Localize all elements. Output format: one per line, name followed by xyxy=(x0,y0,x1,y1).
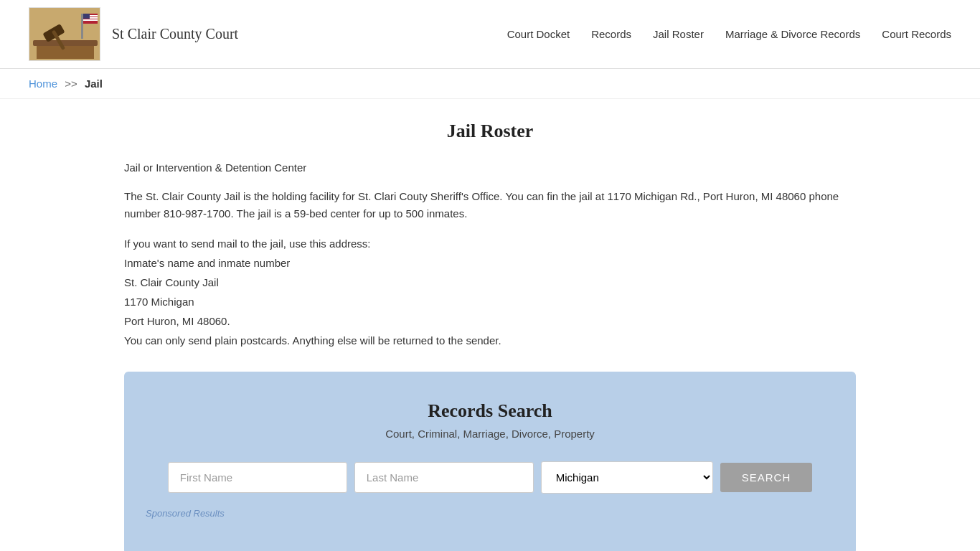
mail-line3: 1170 Michigan xyxy=(124,292,856,311)
nav-court-docket[interactable]: Court Docket xyxy=(507,28,570,40)
svg-rect-1 xyxy=(33,40,98,46)
svg-rect-5 xyxy=(81,14,83,39)
mail-line1: Inmate's name and inmate number xyxy=(124,253,856,273)
site-title: St Clair County Court xyxy=(112,26,238,42)
mail-line4: Port Huron, MI 48060. xyxy=(124,311,856,331)
nav-jail-roster[interactable]: Jail Roster xyxy=(653,28,704,40)
nav-court-records[interactable]: Court Records xyxy=(882,28,951,40)
nav-marriage-divorce[interactable]: Marriage & Divorce Records xyxy=(725,28,860,40)
search-subtitle: Court, Criminal, Marriage, Divorce, Prop… xyxy=(146,428,834,440)
sponsored-results-label: Sponsored Results xyxy=(146,508,834,519)
last-name-input[interactable] xyxy=(354,462,534,493)
nav-records[interactable]: Records xyxy=(591,28,631,40)
breadcrumb: Home >> Jail xyxy=(0,69,980,99)
mail-line2: St. Clair County Jail xyxy=(124,273,856,292)
svg-rect-9 xyxy=(83,19,98,21)
site-header: St Clair County Court Court Docket Recor… xyxy=(0,0,980,69)
jail-description: The St. Clair County Jail is the holding… xyxy=(124,188,856,222)
mail-intro: If you want to send mail to the jail, us… xyxy=(124,234,856,253)
header-left: St Clair County Court xyxy=(29,7,238,61)
search-section: Records Search Court, Criminal, Marriage… xyxy=(124,372,856,551)
svg-rect-2 xyxy=(37,46,94,59)
svg-rect-10 xyxy=(83,14,90,19)
breadcrumb-separator: >> xyxy=(65,77,77,90)
mail-info: If you want to send mail to the jail, us… xyxy=(124,234,856,350)
site-logo xyxy=(29,7,100,61)
search-button[interactable]: SEARCH xyxy=(720,463,813,492)
main-content: Jail Roster Jail or Intervention & Deten… xyxy=(95,99,885,551)
search-form: AlabamaAlaskaArizonaArkansasCaliforniaCo… xyxy=(146,461,834,494)
state-select[interactable]: AlabamaAlaskaArizonaArkansasCaliforniaCo… xyxy=(541,461,713,494)
search-title: Records Search xyxy=(146,400,834,422)
page-title: Jail Roster xyxy=(124,121,856,142)
first-name-input[interactable] xyxy=(168,462,347,493)
jail-intro: Jail or Intervention & Detention Center xyxy=(124,159,856,176)
breadcrumb-home[interactable]: Home xyxy=(29,77,57,90)
breadcrumb-current: Jail xyxy=(85,77,103,90)
mail-note: You can only send plain postcards. Anyth… xyxy=(124,331,856,350)
main-nav: Court Docket Records Jail Roster Marriag… xyxy=(507,28,951,40)
